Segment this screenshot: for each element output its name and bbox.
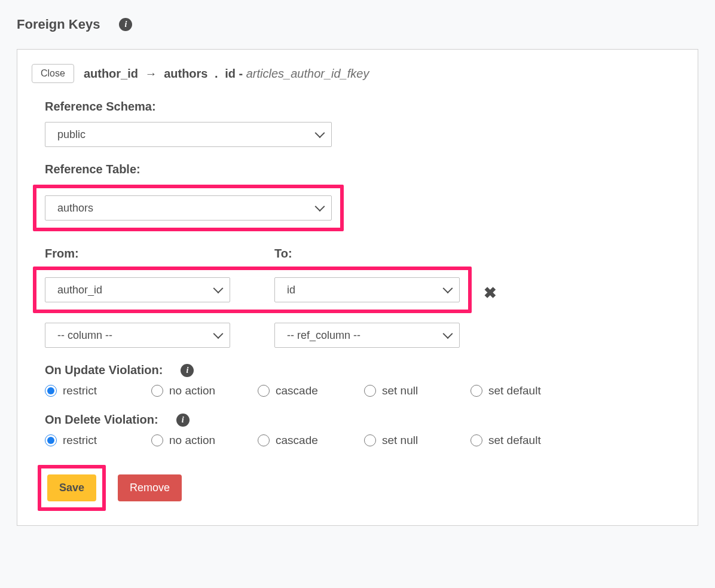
fk-constraint-name: articles_author_id_fkey xyxy=(246,67,369,80)
on-update-radio-group: restrictno actioncascadeset nullset defa… xyxy=(45,384,683,397)
ref-schema-label: Reference Schema: xyxy=(45,100,683,114)
ref-schema-select[interactable]: public xyxy=(45,122,332,147)
on-delete-radio[interactable] xyxy=(364,434,376,446)
radio-label: set null xyxy=(382,434,418,447)
on-delete-option-cascade[interactable]: cascade xyxy=(258,434,364,447)
to-label: To: xyxy=(274,247,460,261)
to-column-placeholder-select[interactable]: -- ref_column -- xyxy=(274,323,460,348)
save-button[interactable]: Save xyxy=(47,474,96,501)
fk-to-col: id xyxy=(225,67,236,80)
radio-label: set null xyxy=(382,384,418,397)
from-label: From: xyxy=(45,247,230,261)
radio-label: no action xyxy=(169,384,215,397)
on-delete-option-restrict[interactable]: restrict xyxy=(45,434,151,447)
on-delete-option-set-null[interactable]: set null xyxy=(364,434,470,447)
fk-to-table: authors xyxy=(164,67,207,80)
on-update-option-set-default[interactable]: set default xyxy=(470,384,577,397)
on-delete-label: On Delete Violation: xyxy=(45,413,158,427)
on-update-option-set-null[interactable]: set null xyxy=(364,384,470,397)
arrow-icon: → xyxy=(145,67,157,80)
on-update-radio[interactable] xyxy=(470,385,482,397)
remove-button[interactable]: Remove xyxy=(118,474,182,501)
foreign-key-card: Close author_id → authors . id - article… xyxy=(17,49,698,526)
ref-table-select[interactable]: authors xyxy=(45,195,332,220)
info-icon[interactable]: i xyxy=(119,18,132,31)
dot-separator: . xyxy=(215,67,218,80)
radio-label: cascade xyxy=(276,434,318,447)
highlight-mapping-row: author_id id xyxy=(33,267,472,313)
on-update-radio[interactable] xyxy=(258,385,270,397)
on-delete-radio[interactable] xyxy=(258,434,270,446)
on-delete-radio[interactable] xyxy=(45,434,57,446)
fk-summary: author_id → authors . id - articles_auth… xyxy=(84,67,369,81)
on-delete-option-set-default[interactable]: set default xyxy=(470,434,577,447)
dash-separator: - xyxy=(239,67,246,80)
on-update-radio[interactable] xyxy=(151,385,163,397)
on-update-option-no-action[interactable]: no action xyxy=(151,384,258,397)
fk-from-col: author_id xyxy=(84,67,138,80)
on-update-radio[interactable] xyxy=(364,385,376,397)
highlight-ref-table: authors xyxy=(33,185,344,231)
ref-table-label: Reference Table: xyxy=(45,163,683,176)
on-update-label: On Update Violation: xyxy=(45,363,163,377)
radio-label: cascade xyxy=(276,384,318,397)
info-icon[interactable]: i xyxy=(176,414,190,427)
radio-label: set default xyxy=(488,384,541,397)
radio-label: set default xyxy=(488,434,541,447)
remove-mapping-icon[interactable]: ✖ xyxy=(484,284,497,302)
on-update-radio[interactable] xyxy=(45,385,57,397)
to-column-select[interactable]: id xyxy=(274,277,460,302)
on-delete-radio[interactable] xyxy=(470,434,482,446)
on-delete-option-no-action[interactable]: no action xyxy=(151,434,258,447)
radio-label: restrict xyxy=(63,434,97,447)
on-update-option-cascade[interactable]: cascade xyxy=(258,384,364,397)
on-delete-radio[interactable] xyxy=(151,434,163,446)
highlight-save: Save xyxy=(38,465,106,511)
info-icon[interactable]: i xyxy=(181,364,194,377)
radio-label: no action xyxy=(169,434,215,447)
close-button[interactable]: Close xyxy=(32,64,74,83)
on-update-option-restrict[interactable]: restrict xyxy=(45,384,151,397)
from-column-placeholder-select[interactable]: -- column -- xyxy=(45,323,230,348)
from-column-select[interactable]: author_id xyxy=(45,277,230,302)
page-title: Foreign Keys xyxy=(17,17,100,32)
radio-label: restrict xyxy=(63,384,97,397)
on-delete-radio-group: restrictno actioncascadeset nullset defa… xyxy=(45,434,683,447)
